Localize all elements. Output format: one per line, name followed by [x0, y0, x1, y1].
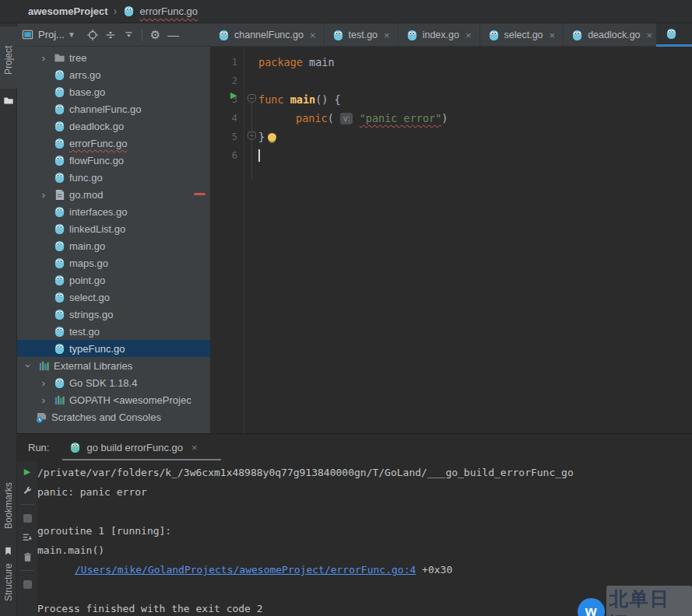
tree-item-interfaces-go[interactable]: › interfaces.go [17, 203, 210, 220]
stripe-button-structure[interactable]: Structure [0, 587, 17, 598]
go-file-icon [54, 86, 65, 98]
tree-item-gopath[interactable]: › GOPATH <awesomeProjec [17, 391, 210, 408]
tree-item-scratches[interactable]: Scratches and Consoles [17, 408, 210, 425]
watermark-logo-icon: w [578, 598, 605, 616]
close-icon[interactable]: × [384, 30, 390, 41]
go-file-icon [54, 206, 65, 218]
tree-item-errorfunc-go[interactable]: › errorFunc.go [17, 135, 210, 152]
stacktrace-link[interactable]: /Users/mike/GolandProjects/awesomeProjec… [75, 564, 416, 576]
intention-bulb-icon[interactable] [268, 133, 276, 142]
tree-item-main-go[interactable]: › main.go [17, 237, 210, 254]
tree-item-go-sdk[interactable]: › Go SDK 1.18.4 [17, 374, 210, 391]
code-line-2 [258, 72, 448, 90]
active-tab-underline [62, 459, 221, 460]
go-file-icon [54, 240, 65, 252]
clear-console-button[interactable] [21, 551, 33, 563]
breadcrumb-project[interactable]: awesomeProject [28, 5, 108, 17]
tab-channelfunc-go[interactable]: channelFunc.go × [210, 23, 325, 47]
chevron-expanded-icon[interactable]: › [23, 359, 34, 372]
tree-item-typefunc-go[interactable]: › typeFunc.go [17, 340, 210, 357]
tree-item-arrs-go[interactable]: › arrs.go [17, 66, 210, 83]
console-line: /private/var/folders/k_/3w6cxm1x48988y0q… [37, 463, 692, 482]
parameter-hint: v: [340, 113, 353, 124]
project-view-selector[interactable]: Proj... [38, 29, 65, 40]
stripe-button-project[interactable]: Project [0, 61, 17, 72]
tab-active-partial[interactable] [656, 23, 692, 47]
go-file-icon [54, 103, 65, 115]
scratches-icon [36, 411, 47, 423]
watermark-text: 北单日记 [609, 588, 670, 616]
tab-index-go[interactable]: index.go × [399, 23, 480, 47]
go-sdk-icon [54, 377, 65, 389]
tree-item-point-go[interactable]: › point.go [17, 271, 210, 289]
locate-file-button[interactable] [86, 28, 100, 41]
chevron-down-icon: ▼ [68, 30, 76, 39]
code-content[interactable]: package main func main() {panic( v: "pan… [258, 53, 448, 165]
go-file-icon [54, 309, 65, 320]
console-line: /Users/mike/GolandProjects/awesomeProjec… [37, 560, 692, 579]
tree-item-external-libraries[interactable]: › External Libraries [17, 357, 210, 374]
go-file-icon [54, 172, 65, 184]
chevron-right-icon[interactable]: › [37, 52, 50, 64]
code-editor[interactable]: 1 2 3 4 5 6 ▶ − − package main func main… [210, 47, 692, 433]
go-file-icon [54, 223, 65, 235]
scroll-to-end-button[interactable] [21, 531, 33, 544]
stop-button[interactable] [21, 512, 33, 524]
chevron-right-icon[interactable]: › [37, 377, 50, 389]
hide-panel-button[interactable]: — [167, 28, 180, 41]
breadcrumb: awesomeProject › errorFunc.go [0, 0, 692, 23]
go-file-icon [54, 292, 65, 303]
run-configuration-tab[interactable]: go build errorFunc.go × [63, 434, 203, 461]
tree-item-func-go[interactable]: › func.go [17, 169, 210, 186]
go-file-icon [54, 155, 65, 166]
console-line: goroutine 1 [running]: [37, 521, 692, 541]
tab-select-go[interactable]: select.go × [480, 23, 564, 47]
console-line: panic: panic error [37, 482, 692, 502]
close-icon[interactable]: × [310, 30, 316, 41]
close-icon[interactable]: × [647, 30, 653, 41]
tree-item-channelfunc-go[interactable]: › channelFunc.go [17, 100, 210, 117]
expand-all-button[interactable] [104, 28, 118, 41]
stripe-button-bookmarks[interactable]: Bookmarks [0, 515, 17, 526]
go-mod-file-icon [54, 189, 65, 201]
project-tree: › tree › arrs.go › base.go › channelFunc… [17, 47, 210, 433]
go-file-icon [488, 30, 500, 41]
go-file-icon [571, 30, 583, 41]
tree-item-linkedlist-go[interactable]: › linkedList.go [17, 220, 210, 237]
tree-item-base-go[interactable]: › base.go [17, 83, 210, 100]
tree-item-strings-go[interactable]: › strings.go [17, 306, 210, 323]
tree-item-deadlock-go[interactable]: › deadlock.go [17, 117, 210, 135]
toolbar-divider [142, 29, 142, 41]
tree-item-go-mod[interactable]: › go.mod [17, 186, 210, 203]
chevron-right-icon[interactable]: › [37, 394, 50, 406]
close-icon[interactable]: × [191, 442, 198, 453]
close-icon[interactable]: × [550, 30, 556, 41]
go-file-icon [54, 69, 65, 81]
rerun-button[interactable]: ▶ [21, 465, 33, 478]
console-line: main.main() [37, 541, 692, 560]
collapse-all-button[interactable] [122, 28, 135, 41]
code-line-1: package main [258, 53, 448, 72]
tree-item-flowfunc-go[interactable]: › flowFunc.go [17, 152, 210, 169]
run-main-gutter-icon[interactable]: ▶ [230, 90, 237, 100]
editor-tab-bar: channelFunc.go × test.go × index.go × se… [210, 23, 692, 47]
go-file-icon [54, 257, 65, 269]
settings-gear-button[interactable]: ⚙ [149, 28, 162, 41]
goland-ide-window: awesomeProject › errorFunc.go Project Bo… [0, 0, 692, 616]
tab-deadlock-go[interactable]: deadlock.go × [564, 23, 661, 47]
go-file-icon [218, 30, 230, 41]
chevron-right-icon[interactable]: › [37, 189, 50, 201]
go-build-icon [69, 442, 81, 453]
close-icon[interactable]: × [465, 30, 472, 41]
tree-item-tree[interactable]: › tree [17, 49, 210, 66]
breadcrumb-file[interactable]: errorFunc.go [140, 5, 198, 17]
tree-item-test-go[interactable]: › test.go [17, 323, 210, 340]
tab-test-go[interactable]: test.go × [325, 23, 399, 47]
tree-item-maps-go[interactable]: › maps.go [17, 254, 210, 271]
tree-item-select-go[interactable]: › select.go [17, 289, 210, 306]
libraries-icon [38, 360, 50, 372]
editor-gutter: 1 2 3 4 5 6 [210, 47, 244, 433]
disabled-icon [21, 578, 33, 590]
wrench-settings-button[interactable] [21, 485, 33, 497]
breadcrumb-separator: › [114, 4, 118, 17]
